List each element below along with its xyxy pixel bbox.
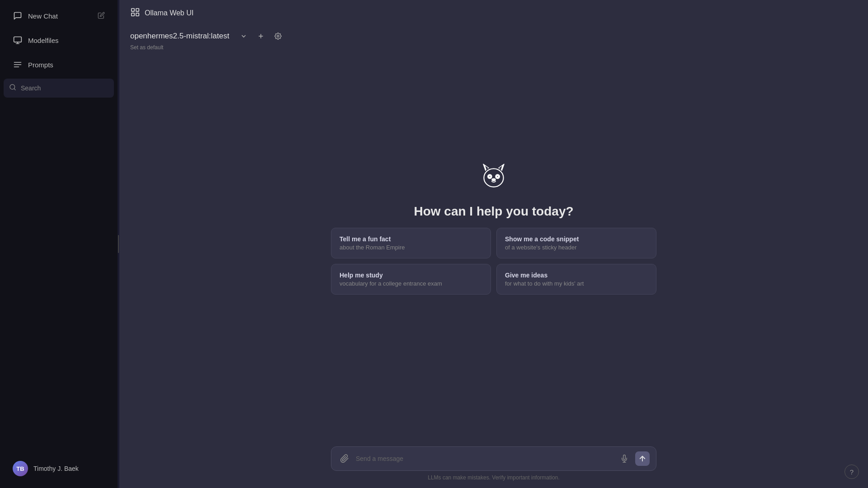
suggestion-card-0[interactable]: Tell me a fun fact about the Roman Empir…	[331, 228, 491, 258]
search-container[interactable]	[4, 79, 114, 98]
model-selector[interactable]: openhermes2.5-mistral:latest	[130, 32, 229, 41]
app-logo-icon	[130, 7, 140, 19]
svg-point-14	[277, 35, 279, 37]
svg-point-15	[484, 169, 503, 187]
model-bar: openhermes2.5-mistral:latest	[119, 26, 868, 52]
welcome-area: How can I help you today? Tell me a fun …	[119, 52, 868, 446]
new-chat-button[interactable]: New Chat	[4, 5, 114, 27]
user-name: Timothy J. Baek	[33, 465, 79, 472]
svg-point-18	[489, 175, 491, 177]
svg-line-7	[14, 89, 15, 90]
search-input[interactable]	[21, 84, 108, 92]
svg-rect-9	[136, 9, 139, 11]
disclaimer-text: LLMs can make mistakes. Verify important…	[428, 474, 559, 481]
suggestion-sub-3: for what to do with my kids' art	[505, 280, 648, 287]
modelfiles-icon	[13, 35, 23, 45]
svg-point-20	[492, 179, 495, 181]
chat-input-container	[331, 446, 656, 471]
suggestion-sub-1: of a website's sticky header	[505, 244, 648, 251]
sidebar-item-prompts[interactable]: Prompts	[4, 53, 114, 76]
attach-button[interactable]	[338, 452, 351, 465]
suggestion-title-2: Help me study	[340, 272, 482, 279]
welcome-text: How can I help you today?	[414, 204, 573, 219]
model-settings-button[interactable]	[272, 30, 284, 42]
suggestion-card-3[interactable]: Give me ideas for what to do with my kid…	[496, 264, 656, 295]
set-default-link[interactable]: Set as default	[130, 44, 857, 51]
model-add-button[interactable]	[255, 30, 267, 42]
suggestion-title-0: Tell me a fun fact	[340, 235, 482, 243]
suggestion-card-1[interactable]: Show me a code snippet of a website's st…	[496, 228, 656, 258]
suggestion-title-3: Give me ideas	[505, 272, 648, 279]
svg-rect-8	[132, 9, 134, 11]
avatar: TB	[13, 461, 28, 476]
model-action-buttons	[237, 30, 284, 42]
edit-icon	[98, 12, 105, 20]
input-area: LLMs can make mistakes. Verify important…	[119, 446, 868, 488]
suggestion-sub-2: vocabulary for a college entrance exam	[340, 280, 482, 287]
app-logo: Ollama Web UI	[130, 7, 193, 19]
model-name: openhermes2.5-mistral:latest	[130, 32, 229, 41]
sidebar-item-modelfiles[interactable]: Modelfiles	[4, 29, 114, 52]
modelfiles-label: Modelfiles	[28, 37, 59, 44]
suggestion-card-2[interactable]: Help me study vocabulary for a college e…	[331, 264, 491, 295]
prompts-icon	[13, 60, 23, 70]
input-actions	[617, 451, 650, 466]
prompts-label: Prompts	[28, 61, 53, 69]
mic-button[interactable]	[617, 451, 632, 466]
suggestions-grid: Tell me a fun fact about the Roman Empir…	[331, 228, 656, 295]
app-name: Ollama Web UI	[145, 9, 193, 17]
suggestion-sub-0: about the Roman Empire	[340, 244, 482, 251]
suggestion-title-1: Show me a code snippet	[505, 235, 648, 243]
mascot-icon	[476, 159, 512, 195]
svg-rect-10	[132, 13, 134, 16]
main-content: Ollama Web UI openhermes2.5-mistral:late…	[119, 0, 868, 488]
user-profile[interactable]: TB Timothy J. Baek	[4, 455, 114, 483]
new-chat-icon	[13, 11, 23, 21]
send-button[interactable]	[635, 451, 650, 466]
svg-rect-0	[14, 37, 22, 42]
sidebar: New Chat Modelfiles Promp	[0, 0, 118, 488]
search-icon	[9, 84, 16, 93]
new-chat-label: New Chat	[28, 12, 58, 20]
svg-rect-11	[136, 13, 139, 16]
svg-point-19	[496, 175, 498, 177]
chat-input[interactable]	[356, 455, 613, 462]
topbar: Ollama Web UI	[119, 0, 868, 26]
help-button[interactable]: ?	[844, 465, 859, 479]
model-dropdown-button[interactable]	[237, 30, 250, 42]
